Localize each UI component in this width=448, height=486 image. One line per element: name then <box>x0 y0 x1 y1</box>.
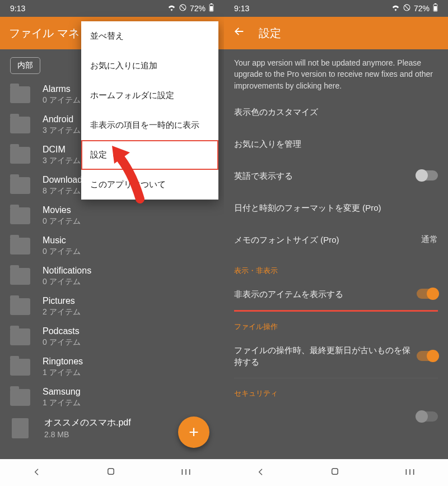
folder-icon <box>10 147 30 164</box>
page-title: 設定 <box>259 26 281 41</box>
menu-sort[interactable]: 並べ替え <box>81 21 218 51</box>
list-item[interactable]: Ringtones1 アイテム <box>0 352 224 382</box>
wifi-icon <box>167 4 176 13</box>
status-right: 72% <box>391 3 438 13</box>
folder-icon <box>10 177 30 194</box>
block-icon <box>403 4 410 13</box>
toggle-keep-date[interactable] <box>417 351 438 361</box>
svg-rect-13 <box>435 3 436 4</box>
folder-icon <box>10 86 30 103</box>
upgrade-notice[interactable]: Your app version will not be updated any… <box>224 49 448 96</box>
battery-text: 72% <box>190 4 206 13</box>
toggle-show-hidden[interactable] <box>417 289 438 299</box>
folder-icon <box>10 268 30 285</box>
list-item[interactable]: Samsung1 アイテム <box>0 382 224 413</box>
svg-rect-5 <box>108 468 114 474</box>
section-security-header: セキュリティ <box>224 378 448 401</box>
nav-recents-icon[interactable] <box>180 466 192 479</box>
battery-icon <box>209 3 214 13</box>
section-visibility-header: 表示・非表示 <box>224 256 448 278</box>
status-bar: 9:13 72% <box>0 0 224 17</box>
list-item[interactable]: Pictures2 アイテム <box>0 291 224 322</box>
menu-set-home[interactable]: ホームフォルダに設定 <box>81 81 218 110</box>
setting-keep-date[interactable]: ファイルの操作時、最終更新日が古いものを保持する <box>224 334 448 378</box>
plus-icon: + <box>189 423 199 442</box>
right-screen: 9:13 72% 設定 Your app version will not be… <box>224 0 448 486</box>
app-bar-right: 設定 <box>224 17 448 49</box>
svg-rect-14 <box>434 6 437 11</box>
setting-english[interactable]: 英語で表示する <box>224 160 448 192</box>
list-item[interactable]: Podcasts0 アイテム <box>0 322 224 352</box>
nav-recents-icon[interactable] <box>404 466 416 479</box>
status-bar: 9:13 72% <box>224 0 448 17</box>
toggle-english[interactable] <box>417 170 438 180</box>
back-arrow-icon[interactable] <box>233 25 245 41</box>
setting-font-size[interactable]: メモのフォントサイズ (Pro) 通常 <box>224 224 448 256</box>
toggle-security[interactable] <box>417 411 438 422</box>
setting-security-item[interactable] <box>224 401 448 423</box>
list-item[interactable]: Music0 アイテム <box>0 231 224 261</box>
document-icon <box>12 418 29 438</box>
svg-rect-4 <box>210 6 213 11</box>
section-file-ops-header: ファイル操作 <box>224 312 448 334</box>
svg-line-11 <box>405 6 409 10</box>
folder-icon <box>10 359 30 376</box>
nav-back-icon[interactable] <box>256 466 265 479</box>
wifi-icon <box>391 4 400 13</box>
overflow-menu: 並べ替え お気に入りに追加 ホームフォルダに設定 非表示の項目を一時的に表示 設… <box>81 21 218 200</box>
folder-icon <box>10 298 30 315</box>
status-time: 9:13 <box>234 4 249 13</box>
svg-line-1 <box>181 6 185 10</box>
app-title: ファイル マネ <box>9 26 80 41</box>
add-button[interactable]: + <box>178 416 209 448</box>
status-right: 72% <box>167 3 214 13</box>
breadcrumb-chip[interactable]: 内部 <box>10 57 40 74</box>
list-item[interactable]: Notifications0 アイテム <box>0 261 224 291</box>
nav-home-icon[interactable] <box>106 466 116 479</box>
font-size-value: 通常 <box>421 234 438 245</box>
folder-icon <box>10 117 30 133</box>
nav-back-icon[interactable] <box>32 466 41 479</box>
left-screen: 9:13 72% ファイル マネ 内部 Alarms0 アイテム Android… <box>0 0 224 486</box>
status-time: 9:13 <box>10 4 25 13</box>
menu-show-hidden[interactable]: 非表示の項目を一時的に表示 <box>81 110 218 140</box>
menu-about[interactable]: このアプリについて <box>81 170 218 200</box>
setting-customize-colors[interactable]: 表示色のカスタマイズ <box>224 96 448 128</box>
folder-icon <box>10 238 30 254</box>
battery-text: 72% <box>414 4 430 13</box>
battery-icon <box>433 3 438 13</box>
nav-bar <box>0 459 224 486</box>
setting-show-hidden[interactable]: 非表示のアイテムを表示する <box>224 278 448 310</box>
setting-manage-favorites[interactable]: お気に入りを管理 <box>224 128 448 160</box>
folder-icon <box>10 207 30 224</box>
block-icon <box>179 4 186 13</box>
svg-rect-3 <box>211 3 212 4</box>
svg-rect-15 <box>332 468 338 474</box>
menu-add-favorite[interactable]: お気に入りに追加 <box>81 51 218 81</box>
list-item[interactable]: Movies0 アイテム <box>0 201 224 231</box>
setting-date-format[interactable]: 日付と時刻のフォーマットを変更 (Pro) <box>224 192 448 224</box>
nav-home-icon[interactable] <box>330 466 340 479</box>
nav-bar <box>224 459 448 486</box>
menu-settings[interactable]: 設定 <box>81 140 218 170</box>
folder-icon <box>10 389 30 406</box>
folder-icon <box>10 328 30 345</box>
